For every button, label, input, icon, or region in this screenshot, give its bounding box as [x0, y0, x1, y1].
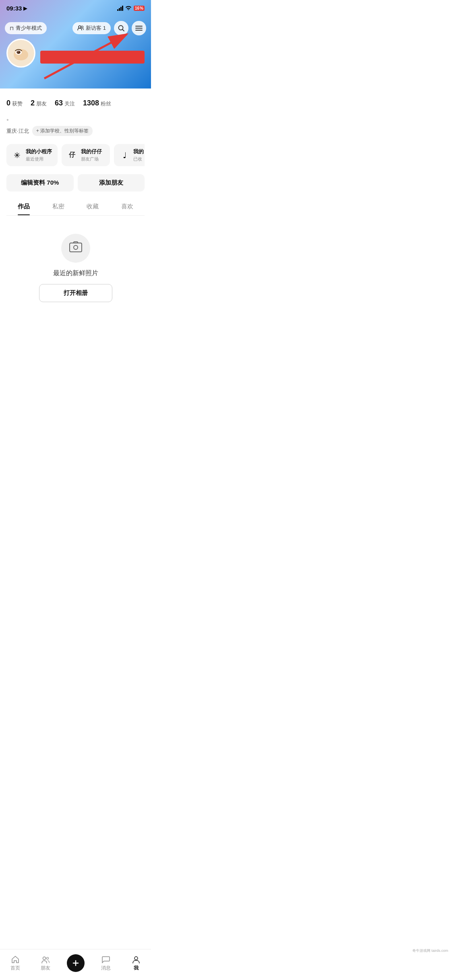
status-bar: 09:33 ▶ 16 %	[0, 0, 151, 14]
tab-likes[interactable]: 喜欢	[110, 198, 145, 215]
stats-row: 0 获赞 2 朋友 63 关注 1308 粉丝	[6, 95, 145, 113]
username-redacted	[40, 51, 145, 64]
following-label: 关注	[64, 100, 75, 107]
tags-row: 重庆·江北 + 添加学校、性别等标签	[6, 124, 145, 141]
tab-favorites-label: 收藏	[87, 203, 99, 210]
battery-icon: 16 %	[134, 6, 145, 11]
tab-works-label: 作品	[18, 203, 30, 210]
add-tag-label: + 添加学校、性别等标签	[36, 128, 89, 134]
feature-cards-row: ✳ 我的小程序 最近使用 仔 我的仔仔 朋友广场 ♩ 我的 已收	[6, 141, 145, 171]
empty-state: 最近的新鲜照片 打开相册	[6, 216, 145, 320]
nav-right-group: 新访客 1	[72, 21, 146, 35]
avatar[interactable]	[6, 39, 35, 68]
visitor-icon	[77, 25, 84, 32]
likes-stat: 0 获赞	[6, 99, 23, 107]
status-icons: 16 %	[117, 5, 145, 11]
empty-state-title: 最近的新鲜照片	[53, 269, 98, 278]
friends-count: 2	[31, 99, 35, 107]
svg-point-12	[74, 245, 78, 249]
likes-count: 0	[6, 99, 10, 107]
status-time: 09:33 ▶	[6, 5, 27, 12]
tab-likes-label: 喜欢	[121, 203, 133, 210]
youth-mode-button[interactable]: ⊓ 青少年模式	[5, 22, 47, 34]
tab-private-label: 私密	[52, 203, 64, 210]
zaizai-sub: 朋友广场	[81, 156, 102, 162]
mini-program-title: 我的小程序	[26, 148, 52, 155]
add-tag-button[interactable]: + 添加学校、性别等标签	[32, 126, 93, 136]
following-stat: 63 关注	[55, 99, 75, 107]
music-title: 我的	[133, 148, 144, 155]
action-buttons-row: 编辑资料 70% 添加朋友	[6, 171, 145, 198]
svg-point-8	[18, 51, 19, 52]
content-tabs: 作品 私密 收藏 喜欢	[6, 198, 145, 216]
avatar-image	[8, 40, 34, 66]
profile-section	[0, 39, 151, 62]
followers-stat: 1308 粉丝	[83, 99, 111, 107]
svg-point-0	[79, 26, 81, 28]
followers-count: 1308	[83, 99, 99, 107]
search-button[interactable]	[114, 21, 128, 35]
zaizai-card[interactable]: 仔 我的仔仔 朋友广场	[62, 144, 110, 166]
friends-stat: 2 朋友	[31, 99, 47, 107]
following-count: 63	[55, 99, 63, 107]
photo-placeholder-icon	[69, 241, 82, 255]
location-tag: 重庆·江北	[6, 128, 29, 135]
svg-rect-11	[70, 243, 82, 252]
tab-private[interactable]: 私密	[41, 198, 76, 215]
open-album-label: 打开相册	[64, 289, 88, 296]
edit-profile-label: 编辑资料 70%	[21, 179, 59, 186]
add-friend-button[interactable]: 添加朋友	[78, 174, 145, 191]
hamburger-icon	[135, 25, 143, 31]
open-album-button[interactable]: 打开相册	[39, 284, 112, 302]
zaizai-icon: 仔	[67, 151, 77, 159]
battery-level: 16	[135, 6, 139, 10]
svg-point-1	[81, 26, 83, 28]
mini-program-card[interactable]: ✳ 我的小程序 最近使用	[6, 144, 58, 166]
main-card: 0 获赞 2 朋友 63 关注 1308 粉丝 。 重庆·江北 + 添加学校、性…	[0, 89, 151, 352]
zaizai-title: 我的仔仔	[81, 148, 102, 155]
youth-mode-label: 青少年模式	[16, 25, 42, 32]
add-friend-label: 添加朋友	[99, 179, 123, 186]
visitor-label: 新访客 1	[86, 25, 106, 32]
music-icon: ♩	[120, 150, 129, 160]
location-arrow-icon: ▶	[23, 6, 27, 11]
photo-icon-wrapper	[61, 234, 90, 263]
edit-profile-button[interactable]: 编辑资料 70%	[6, 174, 74, 191]
tab-works[interactable]: 作品	[6, 198, 41, 215]
mini-program-icon: ✳	[12, 150, 22, 160]
friends-label: 朋友	[36, 100, 47, 107]
tab-favorites[interactable]: 收藏	[76, 198, 110, 215]
mini-program-sub: 最近使用	[26, 156, 52, 162]
music-card[interactable]: ♩ 我的 已收	[114, 144, 145, 166]
menu-button[interactable]	[132, 21, 146, 35]
svg-point-2	[119, 26, 123, 30]
time-display: 09:33	[6, 5, 22, 12]
wifi-icon	[125, 5, 132, 11]
svg-point-7	[17, 51, 20, 54]
music-sub: 已收	[133, 156, 144, 162]
search-icon	[118, 25, 125, 32]
signal-icon	[117, 6, 123, 11]
followers-label: 粉丝	[101, 100, 111, 107]
new-visitor-button[interactable]: 新访客 1	[72, 22, 111, 34]
top-nav: ⊓ 青少年模式 新访客 1	[0, 18, 151, 39]
youth-mode-icon: ⊓	[10, 25, 14, 31]
likes-label: 获赞	[12, 100, 23, 107]
bio-text: 。	[6, 113, 145, 124]
